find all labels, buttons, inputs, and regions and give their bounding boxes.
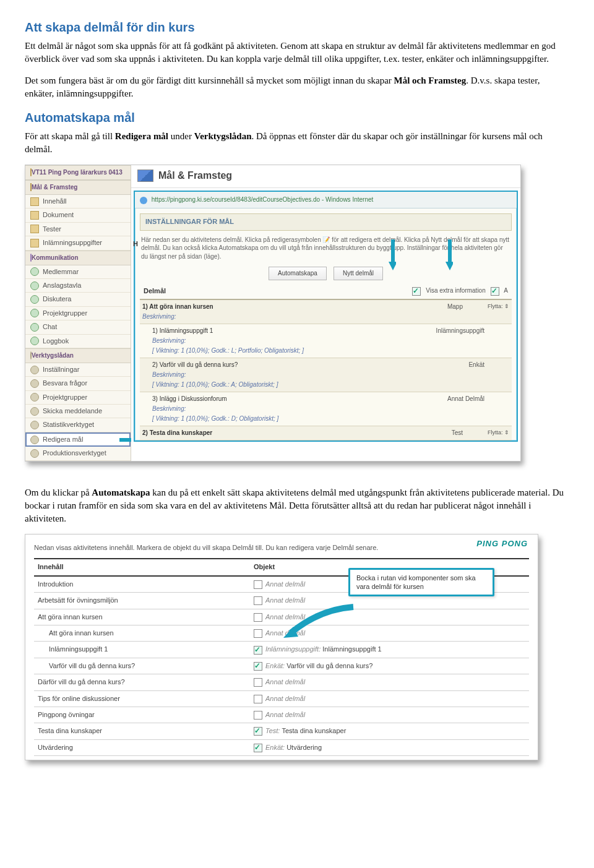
delmal-row-meta: [ Viktning: 1 (10,0%); Godk.: A; Obligat… — [142, 379, 509, 389]
content-name-cell: Varför vill du gå denna kurs? — [34, 658, 250, 674]
sidebar-item[interactable]: Inställningar — [25, 363, 131, 377]
sidebar-item[interactable]: Chat — [25, 320, 131, 334]
sidebar-item[interactable]: Medlemmar — [25, 265, 131, 279]
content-checkbox[interactable] — [254, 695, 262, 703]
sidebar-item[interactable]: Projektgrupper — [25, 307, 131, 320]
sidebar-item[interactable]: Besvara frågor — [25, 377, 131, 390]
sidebar-item[interactable]: Tester — [25, 223, 131, 236]
sidebar-item-icon — [30, 309, 39, 317]
checkbox-icon — [491, 287, 499, 296]
visa-extra-info-checkbox[interactable]: Visa extra information A — [412, 286, 508, 296]
sidebar-course-title: VT11 Ping Pong lärarkurs 0413 — [25, 165, 131, 180]
sidebar-course-title-text: VT11 Ping Pong lärarkurs 0413 — [32, 169, 123, 176]
sidebar-item[interactable]: Innehåll — [25, 195, 131, 208]
content-checkbox[interactable] — [254, 727, 262, 736]
heading-create-subgoals: Att skapa delmål för din kurs — [25, 19, 569, 36]
sidebar-item[interactable]: Diskutera — [25, 293, 131, 306]
content-name-cell: Testa dina kunskaper — [34, 723, 250, 739]
content-row: Varför vill du gå denna kurs?Enkät: Varf… — [34, 658, 529, 674]
delmal-header: Delmål Visa extra information A — [135, 286, 517, 298]
sidebar-item-icon — [30, 225, 39, 233]
sidebar-item-label: Innehåll — [43, 197, 67, 206]
sidebar-item-label: Skicka meddelande — [43, 406, 102, 416]
nytt-delmal-button[interactable]: Nytt delmål — [334, 267, 383, 280]
content-name-cell: Därför vill du gå denna kurs? — [34, 674, 250, 690]
dialog-url: https://pingpong.ki.se/courseId/8483/edi… — [152, 196, 374, 203]
p3-c: under — [168, 131, 194, 141]
sidebar-group-kommunikation: Kommunikation — [25, 251, 131, 265]
sidebar-item-label: Projektgrupper — [43, 393, 87, 402]
sidebar-item-label: Anslagstavla — [43, 281, 81, 290]
p2-bold: Mål och Framsteg — [394, 75, 467, 85]
settings-description: Här nedan ser du aktivitetens delmål. Kl… — [135, 236, 517, 265]
settings-section-header: INSTÄLLNINGAR FÖR MÅL — [140, 213, 512, 230]
content-select-description: Nedan visas aktivitetens innehåll. Marke… — [34, 541, 529, 559]
content-checkbox[interactable] — [254, 613, 262, 622]
delmal-row[interactable]: Flytta: ⇕Test2) Testa dina kunskaper — [140, 426, 512, 440]
content-name-cell: Att göra innan kursen — [34, 625, 250, 642]
content-checkbox[interactable] — [254, 646, 262, 655]
sidebar-item[interactable]: Dokument — [25, 208, 131, 222]
sidebar-item[interactable]: Redigera mål — [25, 432, 131, 447]
svg-rect-2 — [391, 239, 395, 263]
content-object-cell: Enkät: Utvärdering — [250, 739, 529, 755]
object-value: Annat delmål — [265, 580, 305, 588]
sidebar-group-mal-label: Mål & Framsteg — [32, 184, 77, 191]
content-checkbox[interactable] — [254, 596, 262, 605]
content-checkbox[interactable] — [254, 678, 262, 687]
automatskapa-paragraph: För att skapa mål gå till Redigera mål u… — [25, 130, 569, 156]
delmal-row[interactable]: Enkät2) Varför vill du gå denna kurs?Bes… — [140, 358, 512, 392]
delmal-row[interactable]: Inlämningsuppgift1) Inlämningsuppgift 1B… — [140, 324, 512, 358]
sidebar-item[interactable]: Anslagstavla — [25, 279, 131, 293]
screenshot-select-content: PING PONG Nedan visas aktivitetens inneh… — [25, 534, 538, 761]
content-row: UtvärderingEnkät: Utvärdering — [34, 739, 529, 755]
content-row: Tips för online diskussionerAnnat delmål — [34, 690, 529, 707]
delmal-row[interactable]: Flytta: ⇕Mapp1) Att göra innan kursenBes… — [140, 300, 512, 324]
sidebar-item-icon — [30, 267, 39, 276]
sidebar-item[interactable]: Produktionsverktyget — [25, 447, 131, 460]
delmal-row-title: Flytta: ⇕Mapp1) Att göra innan kursen — [142, 303, 509, 311]
automatskapa-button[interactable]: Automatskapa — [269, 267, 327, 280]
sidebar-item-label: Inlämningsuppgifter — [43, 238, 102, 247]
content-checkbox[interactable] — [254, 744, 262, 752]
sidebar-item-label: Statistikverktyget — [43, 420, 94, 429]
p3-b: Redigera mål — [115, 131, 168, 141]
delmal-list: Flytta: ⇕Mapp1) Att göra innan kursenBes… — [140, 299, 512, 440]
sidebar-item-label: Inställningar — [43, 365, 79, 374]
delmal-row-desc: Beskrivning: — [142, 335, 509, 345]
th-innehall: Innehåll — [34, 559, 250, 575]
content-checkbox[interactable] — [254, 711, 262, 720]
delmal-row-desc: Beskrivning: — [142, 311, 509, 321]
sidebar-item-label: Diskutera — [43, 294, 71, 304]
content-object-cell: Enkät: Varför vill du gå denna kurs? — [250, 658, 529, 674]
object-value: Testa dina kunskaper — [282, 727, 346, 734]
callout-text: Bocka i rutan vid komponenter som ska va… — [356, 574, 476, 590]
content-name-cell: Introduktion — [34, 576, 250, 593]
delmal-row-meta: [ Viktning: 1 (10,0%); Godk.: D; Obligat… — [142, 413, 509, 423]
delmal-row[interactable]: Annat Delmål3) Inlägg i DiskussionforumB… — [140, 392, 512, 426]
object-type-label: Enkät: — [265, 662, 286, 669]
content-checkbox[interactable] — [254, 580, 262, 589]
sidebar-item-icon — [30, 295, 39, 304]
sidebar-group-mal: Mål & Framsteg — [25, 180, 131, 195]
sidebar-item[interactable]: Statistikverktyget — [25, 418, 131, 432]
content-name-cell: Att göra innan kursen — [34, 609, 250, 625]
visa-extra-info-label: Visa extra information — [426, 287, 486, 294]
content-checkbox[interactable] — [254, 662, 262, 671]
checkbox-icon — [412, 287, 421, 296]
sidebar-item[interactable]: Projektgrupper — [25, 391, 131, 405]
sidebar-group-kommunikation-label: Kommunikation — [32, 254, 79, 261]
sidebar-group-verktygsladan: Verktygslådan — [25, 348, 131, 363]
delmal-row-title: Annat Delmål3) Inlägg i Diskussionforum — [142, 395, 509, 403]
sidebar-item-label: Medlemmar — [43, 267, 79, 277]
sidebar-item-icon — [30, 393, 39, 402]
svg-rect-4 — [448, 239, 452, 263]
sidebar-item[interactable]: Skicka meddelande — [25, 405, 131, 418]
delmal-heading: Delmål — [144, 286, 166, 296]
sidebar-item[interactable]: Inlämningsuppgifter — [25, 236, 131, 250]
content-object-cell: Annat delmål — [250, 674, 529, 690]
p4-a: Om du klickar på — [25, 488, 92, 497]
content-checkbox[interactable] — [254, 629, 262, 638]
sidebar-item[interactable]: Loggbok — [25, 335, 131, 348]
sidebar-item-icon — [30, 239, 39, 247]
